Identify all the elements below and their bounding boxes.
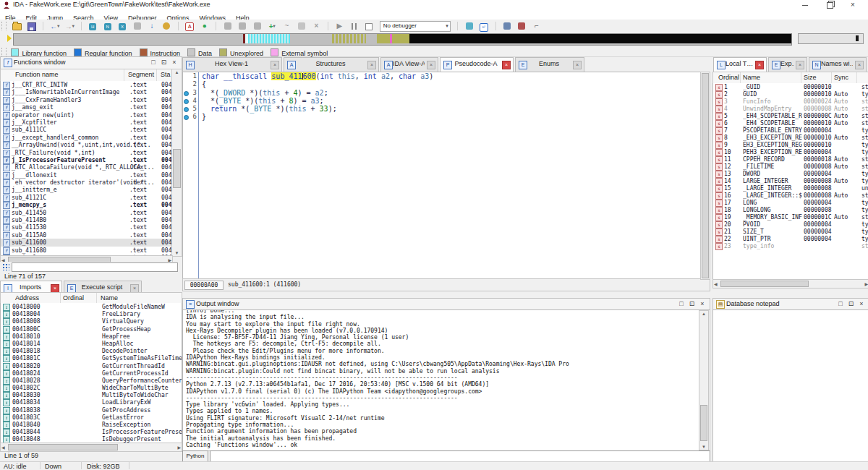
new-instance-icon[interactable] xyxy=(516,21,527,31)
import-row[interactable]: ↧00418000GetModuleFileNameW xyxy=(1,303,182,310)
navigate-forward-icon[interactable]: →▾ xyxy=(64,21,75,31)
navband-segment[interactable] xyxy=(14,34,243,43)
step-icon[interactable]: ↵ xyxy=(479,21,489,31)
chart-graph-icon[interactable] xyxy=(237,21,247,31)
tab-close-icon[interactable]: × xyxy=(573,61,582,69)
pseudocode-vscrollbar[interactable] xyxy=(700,72,710,280)
local-type-row[interactable]: s8_EH3_EXCEPTION_REGIS…00000010Autost xyxy=(713,134,868,141)
col-lt-name[interactable]: Name xyxy=(743,74,760,81)
navband-segment[interactable] xyxy=(332,34,366,43)
minimize-button[interactable] xyxy=(796,1,814,9)
import-row[interactable]: ↧00418020GetCurrentThreadId xyxy=(1,362,182,369)
function-row[interactable]: f`eh vector destructor iterator'(void *.… xyxy=(1,179,172,186)
search-icon[interactable] xyxy=(161,21,171,31)
pseudocode-line[interactable]: 5 return *(_BYTE *)(this + 33); xyxy=(183,105,710,113)
local-type-row[interactable]: s1_GUID00000010st xyxy=(713,83,868,90)
import-row[interactable]: ↧0041802CWideCharToMultiByte xyxy=(1,384,182,391)
close-button[interactable]: × xyxy=(843,1,862,9)
local-type-row[interactable]: s17LONG00000004ty xyxy=(713,199,868,206)
restore-button[interactable] xyxy=(820,1,839,9)
colors-icon[interactable]: A xyxy=(184,21,195,31)
output-vscrollbar[interactable]: ▲ ▼ xyxy=(699,310,709,450)
python-cli-input[interactable] xyxy=(210,450,710,462)
output-log[interactable]: [info] Done...IDA is analysing the input… xyxy=(182,309,710,451)
local-type-row[interactable]: s3FuncInfo00000024Autost xyxy=(713,98,868,105)
tab-ida-view-a[interactable]: AIDA View-A× xyxy=(380,57,438,72)
local-type-row[interactable]: s5_EH4_SCOPETABLE_RECORD0000000CAutost xyxy=(713,112,868,119)
tab-close-icon[interactable]: × xyxy=(796,61,804,69)
import-row[interactable]: ↧00418038GetProcAddress xyxy=(1,406,182,414)
debugger-selector[interactable]: No debugger▾ xyxy=(380,21,451,32)
local-type-row[interactable]: s15_LARGE_INTEGER00000008un xyxy=(713,184,868,192)
output-close-icon[interactable]: × xyxy=(698,300,707,307)
function-row[interactable]: fj___dllonexit.text004 xyxy=(1,171,172,179)
navband-segment[interactable] xyxy=(409,34,791,43)
tab-close-icon[interactable]: × xyxy=(502,61,511,69)
attach-icon[interactable] xyxy=(464,21,475,31)
function-row[interactable]: fsub_4115A0.text004 xyxy=(1,231,172,239)
local-type-row[interactable]: s21SIZE_T00000004ty xyxy=(713,228,868,235)
import-row[interactable]: ↧00418044IsProcessorFeaturePresent xyxy=(1,428,182,435)
function-row[interactable]: fj_IsProcessorFeaturePresent.text004 xyxy=(1,156,172,163)
tab-names-wi-[interactable]: NNames wi…× xyxy=(809,57,867,72)
pseudocode-view[interactable]: 1char __thiscall sub_411600(int this, in… xyxy=(182,72,710,280)
tab-close-icon[interactable]: × xyxy=(427,61,435,69)
jump-hex-icon[interactable]: H xyxy=(88,21,98,31)
functions-filter-input[interactable] xyxy=(12,262,178,272)
function-row[interactable]: fj__initterm_e.text004 xyxy=(1,186,172,193)
local-type-row[interactable]: s9EH3_EXCEPTION_REGIST…00000010ty xyxy=(713,141,868,148)
function-row[interactable]: f_RTC_Failure(void *,int).text004 xyxy=(1,149,172,156)
local-type-row[interactable]: s6_EH4_SCOPETABLE00000010Autost xyxy=(713,119,868,127)
navband-segment[interactable] xyxy=(377,34,390,43)
col-ordinal[interactable]: Ordinal xyxy=(63,294,84,302)
navigate-back-icon[interactable]: ←▾ xyxy=(50,21,60,31)
notepad-minimize-icon[interactable]: □ xyxy=(836,300,845,307)
import-row[interactable]: ↧00418004FreeLibrary xyxy=(1,310,182,317)
function-row[interactable]: fsub_4111CC.text004 xyxy=(1,126,172,133)
navband-segment[interactable] xyxy=(290,34,332,43)
jump-address-icon[interactable]: ↓ xyxy=(147,21,157,31)
function-row[interactable]: fj_memcpy_s.text004 xyxy=(1,201,172,208)
col-lt-sync[interactable]: Sync xyxy=(834,74,848,81)
import-row[interactable]: ↧00418048IsDebuggerPresent xyxy=(1,435,182,443)
import-row[interactable]: ↧0041800CGetProcessHeap xyxy=(1,325,182,333)
local-type-row[interactable]: s11CPPEH_RECORD00000018Autost xyxy=(713,155,868,163)
tab-close-icon[interactable]: × xyxy=(367,61,376,69)
function-row[interactable]: fj__CRT_RTC_INITW.text004 xyxy=(1,81,172,88)
function-row[interactable]: fj__except_handler4_common.text004 xyxy=(1,134,172,141)
navband-segment[interactable] xyxy=(392,34,409,43)
local-type-row[interactable]: s10PEH3_EXCEPTION_REGIS…00000004ty xyxy=(713,148,868,155)
local-type-row[interactable]: s23type_infost xyxy=(713,242,868,249)
jump-xref-icon[interactable]: X xyxy=(117,21,127,31)
debug-start-icon[interactable]: ▶ xyxy=(334,21,344,31)
pseudocode-line[interactable]: 1char __thiscall sub_411600(int this, in… xyxy=(183,72,710,80)
import-row[interactable]: ↧00418034LoadLibraryExW xyxy=(1,398,182,406)
imports-hscrollbar[interactable]: ◀ ▶ xyxy=(0,443,182,452)
col-address[interactable]: Address xyxy=(15,294,39,302)
navband-segment[interactable] xyxy=(366,34,377,43)
run-analysis-icon[interactable]: ● xyxy=(200,21,210,31)
snapshot-icon[interactable] xyxy=(502,21,512,31)
localtypes-hscrollbar[interactable]: ◀ ▶ xyxy=(712,279,868,289)
function-row[interactable]: f_RTC_AllocaFailure(void *,_RTC_ALLOCA_.… xyxy=(1,163,172,171)
tab-close-icon[interactable]: × xyxy=(271,61,279,69)
tab-close-icon[interactable]: × xyxy=(755,61,764,69)
output-float-icon[interactable]: ⊡ xyxy=(687,300,696,307)
trace-icon[interactable] xyxy=(297,21,307,31)
local-type-row[interactable]: s7PSCOPETABLE_ENTRY00000004ty xyxy=(713,127,868,134)
add-breakpoint-icon[interactable]: +▾ xyxy=(267,21,277,31)
chart-flow-icon[interactable] xyxy=(223,21,233,31)
jump-name-icon[interactable]: N xyxy=(103,21,113,31)
tab-local-t-[interactable]: LLocal T…× xyxy=(713,57,767,72)
function-row[interactable]: fsub_411530.text004 xyxy=(1,223,172,231)
import-row[interactable]: ↧00418024GetCurrentProcessId xyxy=(1,369,182,377)
navband-segment[interactable] xyxy=(248,34,290,43)
import-row[interactable]: ↧0041801CGetSystemTimeAsFileTime xyxy=(1,354,182,362)
import-row[interactable]: ↧00418018DecodePointer xyxy=(1,347,182,354)
tab-structures[interactable]: AStructures× xyxy=(284,57,379,72)
chart-calls-icon[interactable] xyxy=(252,21,263,31)
import-row[interactable]: ↧00418028QueryPerformanceCounter xyxy=(1,377,182,384)
function-row[interactable]: fj__XcptFilter.text004 xyxy=(1,119,172,126)
local-type-row[interactable]: s4UnwindMapEntry00000008Autost xyxy=(713,105,868,112)
notepad-content[interactable] xyxy=(712,309,868,463)
